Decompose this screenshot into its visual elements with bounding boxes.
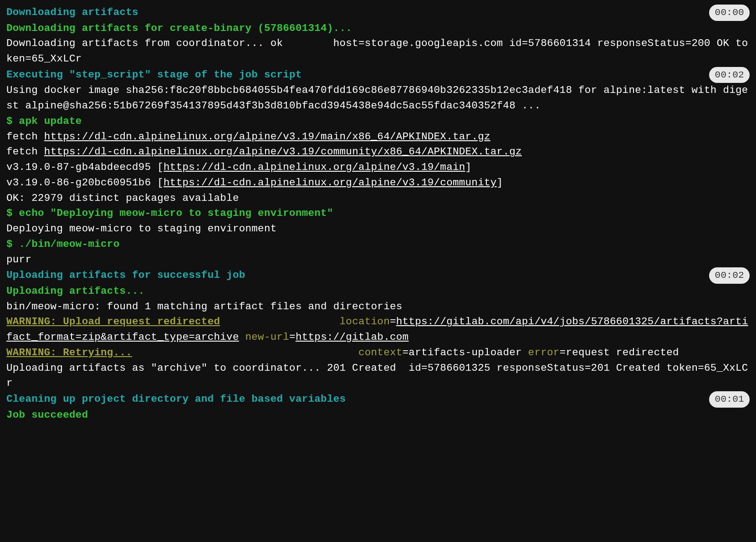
log-line: purr [6,252,750,268]
section-title[interactable]: Cleaning up project directory and file b… [6,392,346,407]
log-text: fetch [6,146,44,158]
command-line: $ echo "Deploying meow-micro to staging … [6,206,750,221]
log-link[interactable]: https://gitlab.com [296,331,409,343]
command-line: $ apk update [6,114,750,129]
log-line: v3.19.0-86-g20bc60951b6 [https://dl-cdn.… [6,175,750,191]
log-line-warning: WARNING: Retrying... context=artifacts-u… [6,345,750,361]
log-text: =artifacts-uploader [403,347,528,358]
log-line: Uploading artifacts... [6,284,750,299]
log-text: v3.19.0-86-g20bc60951b6 [ [6,177,163,189]
section-cleaning-up: Cleaning up project directory and file b… [6,391,750,408]
log-line: v3.19.0-87-gb4abdeecd95 [https://dl-cdn.… [6,160,750,175]
section-step-script: Executing "step_script" stage of the job… [6,67,750,83]
log-line-warning: WARNING: Upload request redirected locat… [6,314,750,345]
log-spacer [132,347,358,358]
time-badge: 00:02 [709,67,750,83]
section-title[interactable]: Executing "step_script" stage of the job… [6,67,302,83]
log-line: OK: 22979 distinct packages available [6,191,750,206]
section-title[interactable]: Downloading artifacts [6,5,138,20]
log-text: v3.19.0-87-gb4abdeecd95 [ [6,161,163,173]
log-key: context [358,347,403,358]
section-downloading-artifacts: Downloading artifacts 00:00 [6,5,750,21]
log-link[interactable]: https://dl-cdn.alpinelinux.org/alpine/v3… [44,131,490,143]
command-line: $ ./bin/meow-micro [6,237,750,252]
section-title[interactable]: Uploading artifacts for successful job [6,268,245,283]
log-key: location [340,316,390,327]
log-key: error [528,347,560,358]
log-text: ] [497,177,503,189]
time-badge: 00:02 [709,267,750,284]
time-badge: 00:00 [709,5,750,21]
log-text: = [289,331,296,343]
log-line: Deploying meow-micro to staging environm… [6,221,750,237]
warning-text: WARNING: Upload request redirected [6,316,220,327]
log-line: fetch https://dl-cdn.alpinelinux.org/alp… [6,144,750,160]
log-spacer [220,316,339,327]
log-spacer [239,331,245,343]
log-text: ] [465,161,472,173]
log-text: = [390,316,396,327]
log-text: fetch [6,131,44,143]
warning-text: WARNING: Retrying... [6,347,132,358]
log-link[interactable]: https://dl-cdn.alpinelinux.org/alpine/v3… [44,146,522,158]
log-link[interactable]: https://dl-cdn.alpinelinux.org/alpine/v3… [163,161,465,173]
log-text: =request redirected [560,347,679,358]
job-succeeded: Job succeeded [6,408,750,423]
log-key: new-url [245,331,290,343]
log-line: bin/meow-micro: found 1 matching artifac… [6,299,750,315]
time-badge: 00:01 [709,391,750,408]
log-line: Downloading artifacts from coordinator..… [6,36,750,67]
log-line: Using docker image sha256:f8c20f8bbcb684… [6,83,750,114]
log-line: Downloading artifacts for create-binary … [6,21,750,36]
log-link[interactable]: https://dl-cdn.alpinelinux.org/alpine/v3… [163,177,497,189]
log-line: fetch https://dl-cdn.alpinelinux.org/alp… [6,129,750,145]
log-line: Uploading artifacts as "archive" to coor… [6,361,750,392]
section-uploading-artifacts: Uploading artifacts for successful job 0… [6,267,750,284]
